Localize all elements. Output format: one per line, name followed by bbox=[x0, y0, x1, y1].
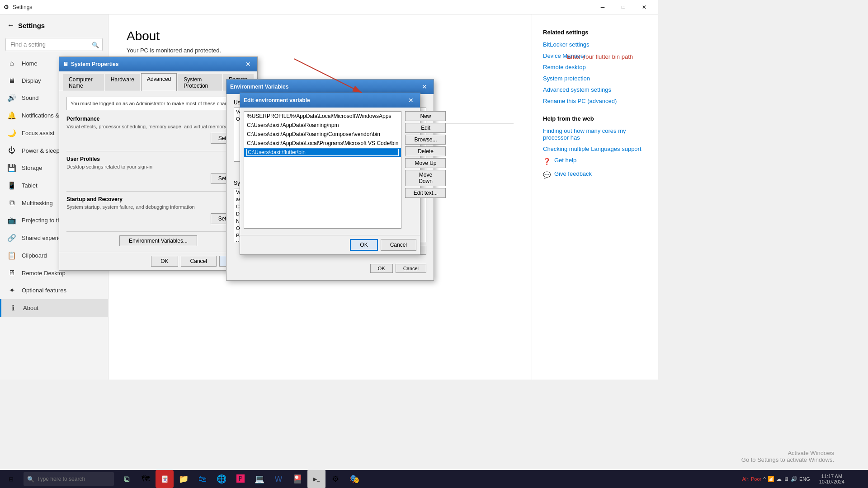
edit-edit-text-btn[interactable]: Edit text... bbox=[405, 188, 446, 198]
tray-eng-label: ENG bbox=[799, 476, 810, 482]
taskbar-date-display: 10-10-2024 bbox=[819, 479, 844, 484]
app-icon-12[interactable]: 🎭 bbox=[345, 470, 363, 488]
edit-browse-btn[interactable]: Browse... bbox=[405, 135, 446, 145]
rename-pc-link[interactable]: Rename this PC (advanced) bbox=[543, 98, 647, 104]
admin-note: You must be logged on as an Administrato… bbox=[66, 97, 250, 110]
sys-props-cancel-btn[interactable]: Cancel bbox=[181, 256, 217, 267]
close-button[interactable]: ✕ bbox=[634, 0, 655, 14]
titlebar: ⚙ Settings ─ □ ✕ bbox=[0, 0, 658, 14]
back-button[interactable]: ← Settings bbox=[0, 14, 108, 36]
taskbar-clock[interactable]: 11:17 AM 10-10-2024 bbox=[816, 474, 848, 484]
sidebar-item-optional[interactable]: ✦ Optional features bbox=[0, 282, 108, 299]
maximize-button[interactable]: □ bbox=[613, 0, 634, 14]
tray-air-quality: Air: Poor bbox=[742, 476, 761, 482]
tab-hardware[interactable]: Hardware bbox=[105, 74, 140, 91]
system-properties-close[interactable]: ✕ bbox=[243, 60, 254, 69]
edit-new-btn[interactable]: New bbox=[405, 111, 446, 121]
taskbar-time-display: 11:17 AM bbox=[819, 474, 844, 479]
search-input[interactable] bbox=[5, 38, 103, 51]
tray-up-icon[interactable]: ^ bbox=[763, 476, 766, 482]
path-row-0[interactable]: %USERPROFILE%\AppData\Local\Microsoft\Wi… bbox=[244, 112, 401, 121]
taskbar-right: Air: Poor ^ 📶 ☁ 🖥 🔊 ENG 11:17 AM 10-10-2… bbox=[738, 470, 868, 488]
projecting-icon: 📺 bbox=[7, 216, 16, 225]
edit-move-down-btn[interactable]: Move Down bbox=[405, 170, 446, 186]
taskbar-search[interactable]: 🔍 bbox=[24, 472, 114, 486]
app-icon-3[interactable]: 🃏 bbox=[156, 470, 174, 488]
sidebar-item-label: Home bbox=[22, 60, 38, 67]
path-row-1[interactable]: C:\Users\daxit\AppData\Roaming\npm bbox=[244, 121, 401, 130]
vs-code-icon[interactable]: 💻 bbox=[250, 470, 269, 488]
terminal-icon[interactable]: ▶_ bbox=[307, 470, 326, 488]
file-explorer-icon[interactable]: 📁 bbox=[175, 470, 193, 488]
back-icon: ← bbox=[7, 21, 14, 29]
minimize-button[interactable]: ─ bbox=[592, 0, 613, 14]
chrome-icon[interactable]: 🌐 bbox=[212, 470, 231, 488]
bitlocker-link[interactable]: BitLocker settings bbox=[543, 41, 647, 48]
ms-store-icon[interactable]: 🛍 bbox=[193, 470, 212, 488]
taskbar-search-input[interactable] bbox=[37, 476, 100, 482]
maps-icon[interactable]: 🗺 bbox=[137, 470, 155, 488]
env-ok-btn[interactable]: OK bbox=[370, 264, 393, 273]
show-desktop-btn[interactable] bbox=[850, 470, 864, 488]
notifications-icon: 🔔 bbox=[7, 111, 16, 120]
env-vars-close[interactable]: ✕ bbox=[419, 82, 430, 91]
activate-subtitle: Go to Settings to activate Windows. bbox=[741, 456, 834, 463]
system-protection-link[interactable]: System protection bbox=[543, 75, 647, 82]
settings-icon: ⚙ bbox=[4, 4, 9, 10]
related-settings-title: Related settings bbox=[543, 29, 647, 36]
sys-props-ok-btn[interactable]: OK bbox=[151, 256, 178, 267]
page-title: About bbox=[127, 29, 514, 43]
tray-network-icon[interactable]: 📶 bbox=[768, 476, 774, 482]
advanced-system-link[interactable]: Advanced system settings bbox=[543, 86, 647, 93]
system-tray: Air: Poor ^ 📶 ☁ 🖥 🔊 ENG bbox=[738, 476, 813, 482]
performance-title: Performance bbox=[66, 116, 250, 122]
path-input[interactable] bbox=[247, 149, 398, 155]
system-properties-title: 🖥 System Properties bbox=[63, 61, 118, 67]
edit-delete-btn[interactable]: Delete bbox=[405, 146, 446, 156]
edit-env-ok-btn[interactable]: OK bbox=[350, 239, 377, 251]
env-cancel-btn[interactable]: Cancel bbox=[396, 264, 426, 273]
settings-icon-taskbar[interactable]: ⚙ bbox=[326, 470, 344, 488]
device-manager-link[interactable]: Device Manager bbox=[543, 52, 647, 59]
remote-desktop-link[interactable]: Remote desktop bbox=[543, 64, 647, 70]
app-icon-7[interactable]: 🅿 bbox=[231, 470, 250, 488]
sidebar-item-about[interactable]: ℹ About bbox=[0, 299, 108, 317]
cores-help-link[interactable]: Finding out how many cores my processor … bbox=[543, 127, 647, 141]
path-row-2[interactable]: C:\Users\daxit\AppData\Roaming\Composer\… bbox=[244, 130, 401, 139]
give-feedback-item[interactable]: 💬 Give feedback bbox=[543, 170, 647, 178]
system-properties-titlebar: 🖥 System Properties ✕ bbox=[59, 57, 257, 71]
tab-advanced[interactable]: Advanced bbox=[141, 73, 177, 91]
tab-system-protection[interactable]: System Protection bbox=[178, 74, 222, 91]
languages-help-link[interactable]: Checking multiple Languages support bbox=[543, 145, 647, 152]
edit-env-cancel-btn[interactable]: Cancel bbox=[381, 239, 416, 251]
start-button[interactable]: ⊞ bbox=[0, 470, 22, 488]
search-icon: 🔍 bbox=[92, 41, 99, 48]
path-row-3[interactable]: C:\Users\daxit\AppData\Local\Programs\Mi… bbox=[244, 139, 401, 148]
sidebar-item-label: Power & sleep bbox=[22, 147, 60, 154]
edit-move-up-btn[interactable]: Move Up bbox=[405, 158, 446, 168]
tray-volume-icon[interactable]: 🔊 bbox=[791, 476, 797, 482]
multitasking-icon: ⧉ bbox=[7, 199, 16, 207]
tray-display-icon[interactable]: 🖥 bbox=[783, 476, 789, 482]
word-icon[interactable]: W bbox=[269, 470, 288, 488]
optional-icon: ✦ bbox=[7, 286, 16, 295]
app-icon-10[interactable]: 🎴 bbox=[288, 470, 307, 488]
sidebar-item-label: Tablet bbox=[22, 182, 38, 189]
edit-env-titlebar: Edit environment variable ✕ bbox=[240, 93, 420, 108]
sidebar-item-label: Focus assist bbox=[22, 130, 54, 136]
edit-edit-btn[interactable]: Edit bbox=[405, 123, 446, 133]
tray-cloud-icon[interactable]: ☁ bbox=[776, 476, 782, 482]
taskview-icon[interactable]: ⧉ bbox=[118, 470, 136, 488]
search-container: 🔍 bbox=[5, 38, 103, 51]
activate-windows-watermark: Activate Windows Go to Settings to activ… bbox=[741, 450, 834, 463]
edit-env-close[interactable]: ✕ bbox=[406, 96, 416, 105]
tab-computer-name[interactable]: Computer Name bbox=[63, 74, 104, 91]
related-settings-panel: Related settings BitLocker settings Devi… bbox=[532, 14, 658, 380]
get-help-item[interactable]: ❓ Get help bbox=[543, 157, 647, 165]
path-row-4[interactable] bbox=[244, 148, 401, 157]
sound-icon: 🔊 bbox=[7, 94, 16, 102]
power-icon: ⏻ bbox=[7, 146, 16, 155]
edit-env-list[interactable]: %USERPROFILE%\AppData\Local\Microsoft\Wi… bbox=[244, 111, 401, 229]
env-variables-btn[interactable]: Environment Variables... bbox=[119, 235, 197, 246]
edit-env-list-container: %USERPROFILE%\AppData\Local\Microsoft\Wi… bbox=[244, 111, 401, 231]
